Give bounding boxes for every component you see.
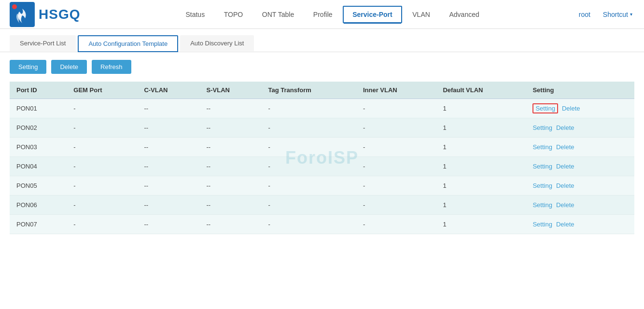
- cell-actions: SettingDelete: [526, 138, 634, 157]
- cell-actions: SettingDelete: [526, 157, 634, 176]
- table-header: Port ID GEM Port C-VLAN S-VLAN Tag Trans…: [10, 82, 634, 99]
- table-row: PON05-------1SettingDelete: [10, 176, 634, 196]
- action-setting-link[interactable]: Setting: [532, 103, 558, 113]
- cell-c-vlan: --: [137, 176, 199, 196]
- nav-item-topo[interactable]: TOPO: [215, 7, 252, 22]
- cell-port-id: PON06: [10, 196, 67, 215]
- refresh-button[interactable]: Refresh: [92, 60, 131, 74]
- cell-inner-vlan: -: [356, 138, 436, 157]
- table-row: PON03-------1SettingDelete: [10, 138, 634, 157]
- cell-inner-vlan: -: [356, 118, 436, 138]
- action-setting-link[interactable]: Setting: [532, 182, 552, 189]
- tab-service-port-list[interactable]: Service-Port List: [10, 35, 76, 51]
- delete-button[interactable]: Delete: [51, 60, 87, 74]
- nav-item-advanced[interactable]: Advanced: [440, 7, 488, 22]
- cell-s-vlan: --: [200, 138, 262, 157]
- cell-c-vlan: --: [137, 196, 199, 215]
- nav-item-ont-table[interactable]: ONT Table: [253, 7, 303, 22]
- cell-c-vlan: --: [137, 215, 199, 234]
- cell-s-vlan: --: [200, 157, 262, 176]
- cell-gem-port: -: [67, 157, 137, 176]
- nav-item-service-port[interactable]: Service-Port: [343, 6, 402, 23]
- main-table: Port ID GEM Port C-VLAN S-VLAN Tag Trans…: [10, 82, 634, 234]
- chevron-down-icon: ▾: [630, 12, 632, 17]
- action-delete-link[interactable]: Delete: [556, 182, 574, 189]
- cell-s-vlan: --: [200, 215, 262, 234]
- action-delete-link[interactable]: Delete: [556, 124, 574, 131]
- cell-port-id: PON07: [10, 215, 67, 234]
- table-row: PON06-------1SettingDelete: [10, 196, 634, 215]
- action-setting-link[interactable]: Setting: [532, 201, 552, 209]
- cell-gem-port: -: [67, 176, 137, 196]
- col-setting: Setting: [526, 82, 634, 99]
- action-setting-link[interactable]: Setting: [532, 163, 552, 170]
- cell-actions: SettingDelete: [526, 118, 634, 138]
- setting-button[interactable]: Setting: [10, 60, 46, 74]
- cell-s-vlan: --: [200, 176, 262, 196]
- cell-tag-transform: -: [261, 157, 356, 176]
- table-row: PON04-------1SettingDelete: [10, 157, 634, 176]
- cell-actions: SettingDelete: [526, 176, 634, 196]
- cell-tag-transform: -: [261, 99, 356, 118]
- logo-text: HSGQ: [39, 7, 80, 22]
- tab-auto-config-template[interactable]: Auto Configuration Template: [78, 35, 178, 52]
- table-row: PON01-------1SettingDelete: [10, 99, 634, 118]
- cell-default-vlan: 1: [436, 118, 526, 138]
- nav-item-shortcut[interactable]: Shortcut ▾: [601, 7, 634, 22]
- action-setting-link[interactable]: Setting: [532, 143, 552, 151]
- nav-item-vlan[interactable]: VLAN: [404, 7, 439, 22]
- col-gem-port: GEM Port: [67, 82, 137, 99]
- logo-area: HSGQ: [10, 2, 80, 27]
- action-setting-link[interactable]: Setting: [532, 221, 552, 228]
- nav-item-root[interactable]: root: [570, 7, 599, 22]
- cell-actions: SettingDelete: [526, 215, 634, 234]
- tab-auto-discovery-list[interactable]: Auto Discovery List: [180, 35, 254, 51]
- cell-inner-vlan: -: [356, 157, 436, 176]
- cell-inner-vlan: -: [356, 176, 436, 196]
- cell-c-vlan: --: [137, 99, 199, 118]
- col-s-vlan: S-VLAN: [200, 82, 262, 99]
- nav-item-profile[interactable]: Profile: [305, 7, 341, 22]
- action-delete-link[interactable]: Delete: [556, 221, 574, 228]
- cell-actions: SettingDelete: [526, 196, 634, 215]
- col-inner-vlan: Inner VLAN: [356, 82, 436, 99]
- nav-item-status[interactable]: Status: [177, 7, 213, 22]
- cell-gem-port: -: [67, 118, 137, 138]
- action-delete-link[interactable]: Delete: [556, 143, 574, 151]
- cell-s-vlan: --: [200, 118, 262, 138]
- col-tag-transform: Tag Transform: [261, 82, 356, 99]
- logo-icon: [10, 2, 35, 27]
- cell-port-id: PON04: [10, 157, 67, 176]
- table-body: PON01-------1SettingDeletePON02-------1S…: [10, 99, 634, 234]
- action-delete-link[interactable]: Delete: [556, 163, 574, 170]
- cell-port-id: PON02: [10, 118, 67, 138]
- table-container: ForoISP Port ID GEM Port C-VLAN S-VLAN T…: [0, 82, 644, 234]
- cell-default-vlan: 1: [436, 157, 526, 176]
- main-nav: Status TOPO ONT Table Profile Service-Po…: [95, 11, 570, 18]
- action-delete-link[interactable]: Delete: [556, 201, 574, 209]
- action-delete-link[interactable]: Delete: [562, 105, 580, 112]
- cell-default-vlan: 1: [436, 196, 526, 215]
- cell-tag-transform: -: [261, 215, 356, 234]
- cell-port-id: PON03: [10, 138, 67, 157]
- cell-inner-vlan: -: [356, 99, 436, 118]
- cell-s-vlan: --: [200, 196, 262, 215]
- cell-inner-vlan: -: [356, 215, 436, 234]
- cell-port-id: PON01: [10, 99, 67, 118]
- cell-gem-port: -: [67, 196, 137, 215]
- cell-c-vlan: --: [137, 138, 199, 157]
- nav-wrapper-service-port: Status TOPO ONT Table Profile Service-Po…: [177, 11, 488, 18]
- cell-c-vlan: --: [137, 118, 199, 138]
- action-setting-link[interactable]: Setting: [532, 124, 552, 131]
- toolbar: Setting Delete Refresh: [0, 52, 644, 82]
- cell-actions: SettingDelete: [526, 99, 634, 118]
- cell-inner-vlan: -: [356, 196, 436, 215]
- cell-c-vlan: --: [137, 157, 199, 176]
- table-row: PON07-------1SettingDelete: [10, 215, 634, 234]
- table-row: PON02-------1SettingDelete: [10, 118, 634, 138]
- col-default-vlan: Default VLAN: [436, 82, 526, 99]
- cell-gem-port: -: [67, 138, 137, 157]
- cell-default-vlan: 1: [436, 215, 526, 234]
- nav-right: root Shortcut ▾: [570, 7, 634, 22]
- col-c-vlan: C-VLAN: [137, 82, 199, 99]
